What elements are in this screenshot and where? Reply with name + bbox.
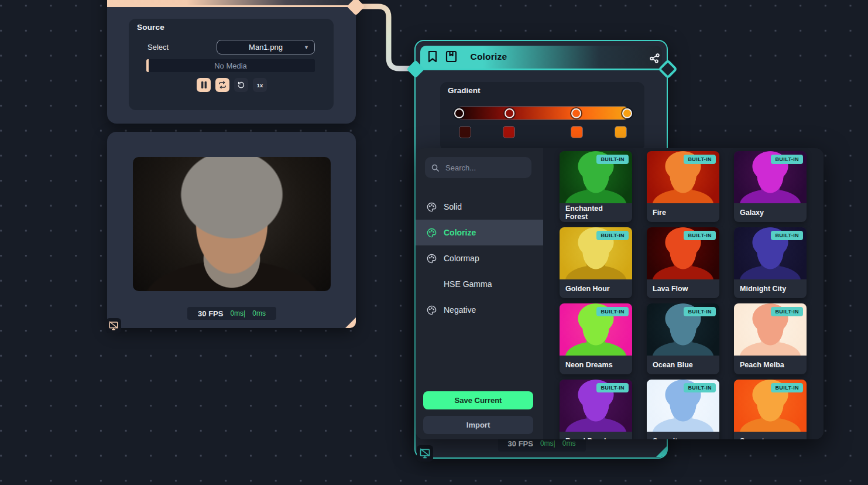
source-node-header-underline [107,5,356,7]
palette-icon [427,305,437,315]
gradient-bar[interactable] [458,106,627,120]
colorize-header-underline [414,69,668,70]
preset-card[interactable]: BUILT-INMidnight City [734,227,807,298]
import-button[interactable]: Import [423,416,533,434]
built-in-badge: BUILT-IN [771,231,803,240]
preset-name: Sunset [734,432,807,439]
book-bookmark-icon [445,50,457,63]
preset-name: Serenity [647,432,719,439]
gradient-color-swatch[interactable] [571,126,583,138]
preset-name: Galaxy [734,203,807,222]
preview-stats-bar: 30 FPS 0ms| 0ms [187,307,276,320]
media-status-bar: No Media [146,59,315,72]
preset-card[interactable]: BUILT-INPeach Melba [734,303,807,374]
frame-time-out: 0ms [252,309,266,317]
built-in-badge: BUILT-IN [771,383,803,392]
node-title: Colorize [471,52,507,62]
gradient-stop-handle[interactable] [571,108,581,118]
reset-button[interactable] [234,78,248,92]
fps-value: 30 FPS [508,439,533,448]
playback-speed-button[interactable]: 1x [253,78,267,92]
share-nodes-icon [649,52,661,64]
gradient-color-swatch[interactable] [503,126,515,138]
built-in-badge: BUILT-IN [596,307,629,316]
built-in-badge: BUILT-IN [771,155,803,164]
gradient-stop-handle[interactable] [454,108,464,118]
built-in-badge: BUILT-IN [771,307,803,316]
preview-image-portrait [133,157,331,291]
preset-card[interactable]: BUILT-INFire [647,151,719,222]
gradient-color-swatch[interactable] [615,126,627,138]
loop-button[interactable] [215,78,229,92]
built-in-badge: BUILT-IN [596,383,629,392]
preset-browser-panel[interactable]: Solid Colorize Colormap HSE Gamma Negati… [416,148,824,439]
preset-card[interactable]: BUILT-INSerenity [647,380,719,439]
preset-name: Ocean Blue [647,356,719,374]
preset-card[interactable]: BUILT-INEnchanted Forest [560,151,632,222]
gradient-section: Gradient [440,82,644,151]
colorize-node-header[interactable]: Colorize [420,46,662,69]
built-in-badge: BUILT-IN [596,231,629,240]
preset-card[interactable]: BUILT-INGalaxy [734,151,807,222]
built-in-badge: BUILT-IN [596,155,629,164]
media-progress-marker [146,59,149,72]
gradient-color-swatch[interactable] [459,126,471,138]
rotate-ccw-icon [237,81,245,89]
preset-name: Golden Hour [560,279,632,298]
bookmark-button[interactable] [427,50,440,63]
display-toggle-button[interactable] [417,445,433,462]
save-current-button[interactable]: Save Current [423,391,533,409]
node-editor-canvas[interactable]: Source Select Man1.png ▼ No Media 1x 30 … [0,0,868,485]
pause-icon [201,81,207,88]
category-label: Colormap [444,254,479,263]
monitor-off-icon [108,320,119,331]
preview-node[interactable]: 30 FPS 0ms| 0ms [107,132,356,328]
search-input[interactable] [444,163,514,173]
share-nodes-button[interactable] [649,52,661,64]
gradient-stop-handle[interactable] [622,108,632,118]
preset-card[interactable]: BUILT-INRoyal Purple [560,380,632,439]
category-colormap[interactable]: Colormap [416,245,543,271]
built-in-badge: BUILT-IN [684,383,716,392]
preset-name: Fire [647,203,719,222]
speed-label: 1x [257,82,263,88]
preset-name: Royal Purple [560,432,632,439]
preset-sidebar: Solid Colorize Colormap HSE Gamma Negati… [416,148,543,439]
pause-button[interactable] [197,78,211,92]
preset-card[interactable]: BUILT-INLava Flow [647,227,719,298]
frame-time-in: 0ms| [230,309,245,317]
palette-icon [427,202,437,212]
source-panel-title: Source [137,23,164,32]
preset-name: Lava Flow [647,279,719,298]
preset-name: Enchanted Forest [560,203,632,222]
media-status-text: No Media [214,62,247,70]
built-in-badge: BUILT-IN [684,307,716,316]
media-select-dropdown[interactable]: Man1.png ▼ [217,40,315,54]
built-in-badge: BUILT-IN [684,231,716,240]
fps-value: 30 FPS [198,309,223,318]
category-hse-gamma[interactable]: HSE Gamma [416,271,543,297]
preset-name: Midnight City [734,279,807,298]
chevron-down-icon: ▼ [304,45,309,50]
gradient-stop-handle[interactable] [505,108,514,118]
preset-card[interactable]: BUILT-INNeon Dreams [560,303,632,374]
category-colorize[interactable]: Colorize [416,220,543,245]
gradient-section-title: Gradient [448,86,481,95]
category-solid[interactable]: Solid [416,194,543,220]
preset-search[interactable] [425,157,531,178]
preset-card[interactable]: BUILT-INOcean Blue [647,303,719,374]
category-label: Colorize [444,228,476,237]
bookmark-icon [427,50,438,63]
preset-card[interactable]: BUILT-INGolden Hour [560,227,632,298]
display-toggle-button[interactable] [106,318,121,333]
save-preset-button[interactable] [445,50,458,63]
preset-name: Peach Melba [734,356,807,374]
category-label: Solid [444,202,462,211]
resize-handle[interactable] [656,446,667,457]
search-icon [431,163,440,172]
preset-card[interactable]: BUILT-INSunset [734,380,807,439]
category-negative[interactable]: Negative [416,297,543,323]
source-node-header [107,0,356,5]
preset-grid: BUILT-INEnchanted Forest BUILT-INFire BU… [543,148,824,439]
selected-file-name: Man1.png [249,43,283,52]
